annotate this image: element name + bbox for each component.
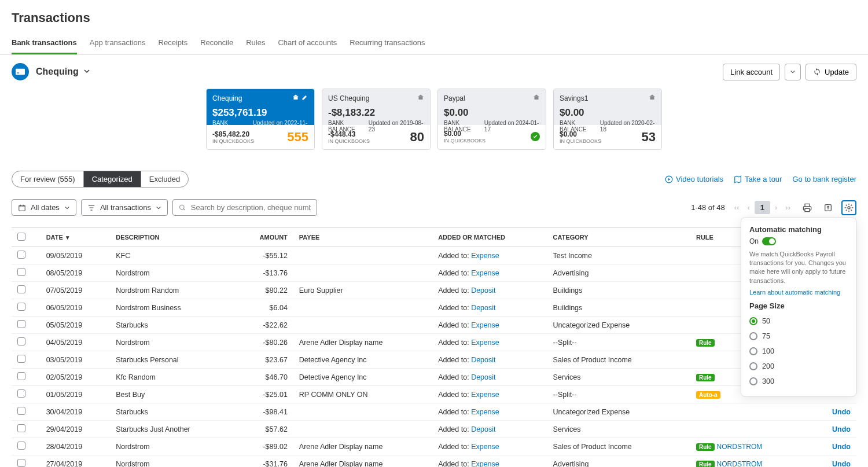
page-size-option[interactable]: 50 <box>749 314 848 329</box>
added-link[interactable]: Deposit <box>471 373 495 381</box>
added-link[interactable]: Deposit <box>471 286 495 295</box>
added-link[interactable]: Deposit <box>471 356 495 364</box>
table-row[interactable]: 06/05/2019Nordstrom Business$6.04Added t… <box>12 299 856 317</box>
search-box[interactable] <box>172 199 317 216</box>
row-checkbox[interactable] <box>17 337 25 345</box>
added-link[interactable]: Expense <box>471 460 499 468</box>
cell-payee <box>293 421 432 438</box>
cell-date: 02/05/2019 <box>41 369 111 386</box>
tab-recurring-transactions[interactable]: Recurring transactions <box>350 32 425 54</box>
column-header[interactable]: CATEGORY <box>547 228 690 247</box>
radio-icon <box>749 332 757 340</box>
transaction-filter-select[interactable]: All transactions <box>81 199 168 216</box>
rule-link[interactable]: NORDSTROM <box>717 443 763 451</box>
added-link[interactable]: Deposit <box>471 425 495 433</box>
pill-excluded[interactable]: Excluded <box>141 171 188 187</box>
table-row[interactable]: 05/05/2019Starbucks-$22.62Added to: Expe… <box>12 317 856 334</box>
column-header[interactable]: AMOUNT <box>236 228 293 247</box>
undo-button[interactable]: Undo <box>832 443 851 451</box>
export-button[interactable] <box>821 200 836 215</box>
video-tutorials-link[interactable]: Video tutorials <box>665 175 723 183</box>
date-filter-select[interactable]: All dates <box>12 199 76 216</box>
column-header[interactable]: DATE ▼ <box>41 228 111 247</box>
undo-button[interactable]: Undo <box>832 408 851 416</box>
row-checkbox[interactable] <box>17 389 25 398</box>
tab-app-transactions[interactable]: App transactions <box>90 32 146 54</box>
added-link[interactable]: Deposit <box>471 304 495 312</box>
row-checkbox[interactable] <box>17 424 25 432</box>
account-card[interactable]: Paypal$0.00BANK BALANCEUpdated on 2024-0… <box>437 89 546 150</box>
undo-button[interactable]: Undo <box>832 425 851 433</box>
page-size-option[interactable]: 75 <box>749 329 848 344</box>
added-link[interactable]: Expense <box>471 391 499 399</box>
go-to-register-link[interactable]: Go to bank register <box>792 175 856 183</box>
table-row[interactable]: 27/04/2019Nordstrom-$31.76Arene Adler Di… <box>12 455 856 468</box>
column-header[interactable] <box>12 228 41 247</box>
auto-match-toggle[interactable] <box>762 237 776 245</box>
added-link[interactable]: Expense <box>471 443 499 451</box>
pagination-first[interactable]: ‹‹ <box>731 201 743 214</box>
table-row[interactable]: 09/05/2019KFC-$55.12Added to: ExpenseTes… <box>12 247 856 264</box>
rule-link[interactable]: NORDSTROM <box>717 460 763 468</box>
table-row[interactable]: 30/04/2019Starbucks-$98.41Added to: Expe… <box>12 403 856 421</box>
row-checkbox[interactable] <box>17 320 25 328</box>
column-header[interactable]: DESCRIPTION <box>110 228 236 247</box>
tab-reconcile[interactable]: Reconcile <box>200 32 233 54</box>
row-checkbox[interactable] <box>17 407 25 415</box>
card-updated: Updated on 2019-08-23 <box>369 120 424 133</box>
account-selector[interactable]: Chequing <box>36 67 90 77</box>
undo-button[interactable]: Undo <box>832 460 851 468</box>
table-row[interactable]: 03/05/2019Starbucks Personal$23.67Detect… <box>12 351 856 369</box>
added-link[interactable]: Expense <box>471 252 499 260</box>
column-header[interactable]: PAYEE <box>293 228 432 247</box>
pagination-next[interactable]: › <box>771 201 781 214</box>
tab-chart-of-accounts[interactable]: Chart of accounts <box>278 32 337 54</box>
added-link[interactable]: Expense <box>471 339 499 347</box>
pagination-prev[interactable]: ‹ <box>744 201 753 214</box>
row-checkbox[interactable] <box>17 251 25 259</box>
account-card[interactable]: Savings1$0.00BANK BALANCEUpdated on 2020… <box>553 89 662 150</box>
card-updated: Updated on 2020-02-18 <box>600 120 656 133</box>
column-header[interactable]: ADDED OR MATCHED <box>432 228 547 247</box>
row-checkbox[interactable] <box>17 372 25 380</box>
table-row[interactable]: 01/05/2019Best Buy-$25.01RP COMM ONLY ON… <box>12 386 856 403</box>
row-checkbox[interactable] <box>17 268 25 276</box>
row-checkbox[interactable] <box>17 303 25 311</box>
pagination-last[interactable]: ›› <box>782 201 794 214</box>
cell-rule: RuleNORDSTROM <box>690 438 804 455</box>
page-size-option[interactable]: 300 <box>749 374 848 389</box>
added-link[interactable]: Expense <box>471 321 499 329</box>
row-checkbox[interactable] <box>17 285 25 293</box>
pill-categorized[interactable]: Categorized <box>84 171 141 187</box>
table-row[interactable]: 29/04/2019Starbucks Just Another$57.62Ad… <box>12 421 856 438</box>
pill-for[interactable]: For review (555) <box>12 171 84 187</box>
table-row[interactable]: 07/05/2019Nordstrom Random$80.22Euro Sup… <box>12 282 856 299</box>
account-card[interactable]: US Chequing-$8,183.22BANK BALANCEUpdated… <box>322 89 431 150</box>
table-row[interactable]: 08/05/2019Nordstrom-$13.76Added to: Expe… <box>12 264 856 282</box>
learn-more-link[interactable]: Learn about automatic matching <box>749 289 848 296</box>
row-checkbox[interactable] <box>17 442 25 450</box>
take-tour-link[interactable]: Take a tour <box>734 175 782 183</box>
table-row[interactable]: 02/05/2019Kfc Random$46.70Detective Agen… <box>12 369 856 386</box>
page-size-option[interactable]: 100 <box>749 344 848 359</box>
tab-rules[interactable]: Rules <box>246 32 265 54</box>
update-button[interactable]: Update <box>806 64 856 80</box>
settings-button[interactable] <box>841 200 856 215</box>
tab-receipts[interactable]: Receipts <box>159 32 188 54</box>
link-account-button[interactable]: Link account <box>723 64 780 80</box>
pencil-icon[interactable] <box>301 94 308 102</box>
row-checkbox[interactable] <box>17 459 25 467</box>
link-account-dropdown[interactable] <box>785 64 801 80</box>
page-size-option[interactable]: 200 <box>749 359 848 374</box>
print-button[interactable] <box>800 200 815 215</box>
search-input[interactable] <box>191 203 311 212</box>
added-link[interactable]: Expense <box>471 269 499 277</box>
cell-date: 28/04/2019 <box>41 438 111 455</box>
table-row[interactable]: 04/05/2019Nordstrom-$80.26Arene Adler Di… <box>12 334 856 351</box>
table-row[interactable]: 28/04/2019Nordstrom-$89.02Arene Adler Di… <box>12 438 856 455</box>
select-all-checkbox[interactable] <box>17 233 25 241</box>
added-link[interactable]: Expense <box>471 408 499 416</box>
row-checkbox[interactable] <box>17 355 25 363</box>
account-card[interactable]: Chequing$253,761.19BANK BALANCEUpdated o… <box>206 89 315 150</box>
tab-bank-transactions[interactable]: Bank transactions <box>12 32 77 54</box>
